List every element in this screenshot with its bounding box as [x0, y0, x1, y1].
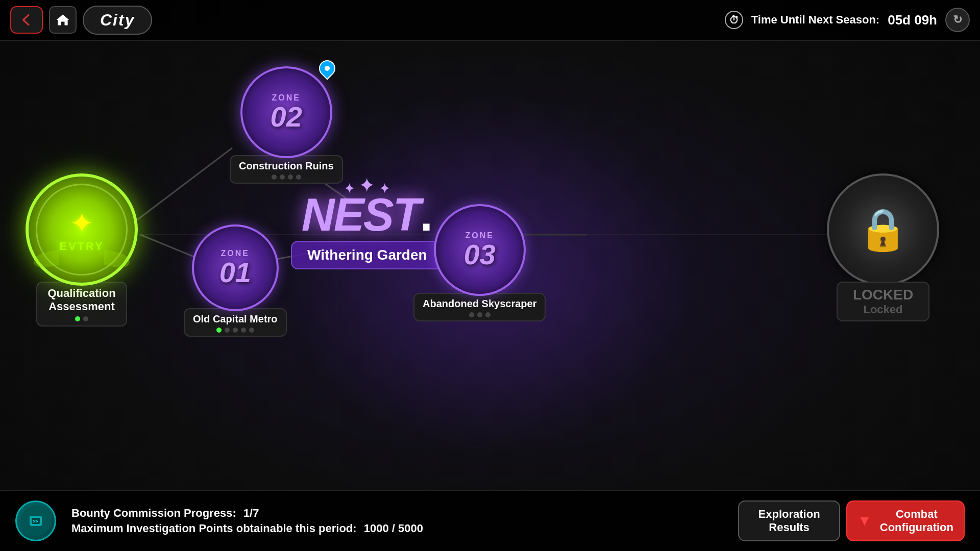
zone-01-name: Old Capital Metro [193, 312, 278, 325]
lock-icon: 🔒 [857, 206, 909, 254]
zone01-dot-4 [241, 328, 246, 333]
timer-section: ⏱ Time Until Next Season: 05d 09h ↻ [725, 8, 970, 32]
entry-text: EVTRY [59, 240, 104, 253]
back-button[interactable] [10, 6, 43, 34]
combat-icon: ▼ [857, 513, 872, 529]
entry-star-icon: ✦ [70, 207, 94, 240]
player-avatar: >> [15, 500, 56, 541]
topbar: City ⏱ Time Until Next Season: 05d 09h ↻ [0, 0, 980, 41]
star-center: ✦ [358, 173, 376, 197]
zone01-dot-2 [225, 328, 230, 333]
exploration-results-button[interactable]: ExplorationResults [738, 500, 840, 541]
entry-node[interactable]: ✦ EVTRY Qualification Assessment [26, 173, 138, 327]
timer-label: Time Until Next Season: [751, 13, 879, 27]
bounty-commission-line: Bounty Commission Progress: 1/7 [71, 507, 423, 520]
star-right: ✦ [379, 180, 390, 197]
zone02-dot-2 [280, 174, 285, 180]
city-label: City [83, 6, 152, 35]
nest-location-name: Withering Garden [307, 247, 427, 263]
zone-03-circle: ZONE 03 [434, 204, 526, 296]
zone-02-node[interactable]: ZONE 02 Construction Ruins [230, 66, 343, 184]
zone01-dot-1 [216, 328, 222, 333]
zone-01-circle: ZONE 01 [192, 224, 279, 311]
combat-configuration-label: CombatConfiguration [880, 508, 953, 535]
timer-icon: ⏱ [725, 11, 743, 29]
refresh-button[interactable]: ↻ [945, 8, 970, 32]
player-icon-inner: >> [20, 506, 51, 536]
entry-dot-2 [83, 316, 88, 321]
investigation-label: Maximum Investigation Points obtainable … [71, 522, 357, 535]
zone-03-label-box: Abandoned Skyscraper [413, 293, 546, 321]
investigation-line: Maximum Investigation Points obtainable … [71, 522, 423, 535]
zone-03-number: 03 [464, 240, 496, 269]
investigation-value: 1000 / 5000 [364, 522, 423, 535]
bounty-commission-value: 1/7 [243, 507, 259, 519]
bottombar: >> Bounty Commission Progress: 1/7 Maxim… [0, 490, 980, 551]
entry-circle: ✦ EVTRY [26, 173, 138, 286]
zone-03-node[interactable]: ZONE 03 Abandoned Skyscraper [413, 204, 546, 321]
entry-label-line2: Assessment [47, 300, 115, 313]
locked-label-box: LOCKED Locked [837, 282, 929, 321]
zone-02-number: 02 [271, 103, 302, 131]
locked-node: 🔒 LOCKED Locked [827, 173, 939, 321]
locked-circle: 🔒 [827, 173, 939, 286]
zone03-dot-1 [469, 312, 474, 317]
zone02-dot-1 [272, 174, 277, 180]
timer-value: 05d 09h [888, 12, 937, 28]
bounty-commission-label: Bounty Commission Progress: [71, 507, 236, 519]
entry-label-line1: Qualification [47, 287, 115, 300]
zone-01-label-box: Old Capital Metro [184, 308, 287, 337]
zone01-dot-5 [249, 328, 254, 333]
star-left: ✦ [344, 180, 355, 197]
zone-01-node[interactable]: ZONE 01 Old Capital Metro [184, 224, 287, 337]
zone01-dot-3 [233, 328, 238, 333]
nest-text: NEST [302, 194, 420, 236]
entry-label-box: Qualification Assessment [36, 282, 127, 327]
svg-text:>>: >> [33, 519, 38, 524]
exploration-results-label: ExplorationResults [758, 508, 820, 535]
right-buttons: ExplorationResults ▼ CombatConfiguration [738, 500, 965, 541]
zone-02-circle: ZONE 02 [240, 66, 332, 158]
nest-stars: ✦ ✦ ✦ [344, 173, 390, 197]
entry-dot-1 [75, 316, 80, 321]
zone-01-number: 01 [219, 258, 251, 287]
zone03-dot-3 [485, 312, 491, 317]
zone-03-name: Abandoned Skyscraper [423, 297, 536, 310]
bounty-info: Bounty Commission Progress: 1/7 Maximum … [71, 507, 423, 535]
zone03-dot-2 [477, 312, 482, 317]
home-button[interactable] [49, 6, 77, 34]
locked-sub: Locked [853, 303, 913, 316]
locked-text: LOCKED [853, 287, 913, 303]
combat-configuration-button[interactable]: ▼ CombatConfiguration [846, 500, 965, 541]
zone-02-name: Construction Ruins [239, 159, 334, 172]
